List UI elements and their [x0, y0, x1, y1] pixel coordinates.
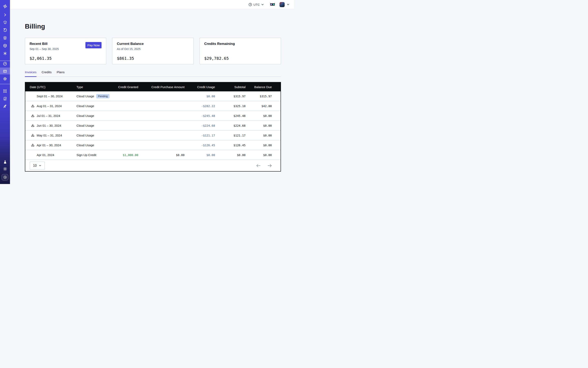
- avatar[interactable]: [280, 2, 285, 7]
- next-page-arrow[interactable]: [267, 163, 273, 168]
- page-size-value: 10: [33, 164, 37, 167]
- timezone-selector[interactable]: UTC: [249, 3, 264, 6]
- layers-icon[interactable]: [0, 34, 10, 42]
- docs-book-icon[interactable]: [0, 95, 10, 102]
- current-balance-card: Current Balance As of Oct 15, 2025 $861.…: [112, 38, 193, 64]
- download-invoice-icon[interactable]: [31, 124, 35, 127]
- invoice-type: Cloud Usage: [76, 143, 94, 147]
- table-row: Aug 01 – 31, 2024Cloud Usage-$282.22$325…: [25, 101, 280, 111]
- credit-granted-value: [115, 121, 139, 130]
- invoice-type: Cloud Usage: [76, 134, 94, 137]
- balance-due-value: $0.00: [247, 121, 280, 130]
- credit-granted-value: [115, 130, 139, 140]
- invoice-date: Apr 01, 2024: [37, 153, 54, 157]
- credits-remaining-amount: $29,782.65: [204, 56, 229, 61]
- asterisk-icon[interactable]: [0, 50, 10, 57]
- subtotal-value: $245.48: [216, 111, 247, 121]
- clock-icon: [249, 3, 252, 6]
- credit-purchase-value: [139, 121, 186, 130]
- cube-icon[interactable]: [0, 42, 10, 49]
- download-invoice-icon[interactable]: [31, 143, 35, 147]
- invoice-type: Cloud Usage: [76, 94, 94, 98]
- credit-usage-value: -$245.48: [186, 111, 216, 121]
- card-title: Current Balance: [117, 42, 189, 46]
- collapse-chevron-icon[interactable]: [0, 11, 10, 18]
- pay-now-button[interactable]: Pay Now: [85, 42, 101, 48]
- billing-tabs: Invoices Credits Plans: [25, 70, 281, 77]
- col-type: Type: [72, 83, 115, 91]
- balance-due-value: $0.00: [247, 140, 280, 150]
- credit-purchase-value: [139, 111, 186, 121]
- credit-usage-value: -$121.17: [186, 130, 216, 140]
- current-balance-amount: $861.35: [117, 56, 134, 61]
- table-pagination: 10: [25, 160, 280, 171]
- invoice-date: May 01 – 31, 2024: [37, 134, 62, 137]
- credit-purchase-value: $0.00: [139, 150, 186, 160]
- tab-credits[interactable]: Credits: [42, 70, 52, 76]
- credits-badge-button[interactable]: $: [2, 174, 8, 181]
- 3d-glasses-icon[interactable]: [270, 3, 275, 6]
- credit-granted-value: $1,000.00: [115, 150, 139, 160]
- credit-usage-value: -$224.68: [186, 121, 216, 130]
- prev-page-arrow[interactable]: [255, 163, 261, 168]
- invoices-table-container: Date (UTC) Type Credit Granted Credit Pu…: [25, 82, 281, 172]
- timezone-label: UTC: [253, 3, 260, 6]
- billing-icon: [0, 67, 10, 75]
- balance-due-value: $0.00: [247, 150, 280, 160]
- helm-icon[interactable]: [0, 87, 10, 95]
- col-subtotal: Subtotal: [216, 83, 247, 91]
- credit-usage-value: $0.00: [186, 91, 216, 101]
- download-invoice-icon[interactable]: [31, 104, 35, 108]
- col-credit-usage: Credit Usage: [186, 83, 216, 91]
- card-subtitle: [204, 47, 276, 51]
- observe-icon[interactable]: [0, 19, 10, 26]
- credit-usage-value: -$282.22: [186, 101, 216, 111]
- status-badge: Pending: [96, 94, 110, 98]
- download-invoice-icon[interactable]: [31, 114, 35, 118]
- invoice-type: Cloud Usage: [76, 104, 94, 108]
- rocket-icon[interactable]: [0, 103, 10, 110]
- page-size-select[interactable]: 10: [30, 162, 45, 170]
- table-row: Sept 01 – 30, 2024Cloud UsagePending$0.0…: [25, 91, 280, 101]
- col-credit-purchase: Credit Purchase Amount: [139, 83, 186, 91]
- summary-cards: Recent Bill Sep 01 – Sep 30, 2025 $2,061…: [25, 38, 281, 64]
- recent-bill-amount: $2,061.35: [30, 56, 52, 61]
- col-credit-granted: Credit Granted: [115, 83, 139, 91]
- sidebar: $: [0, 0, 10, 184]
- page-title: Billing: [25, 23, 281, 30]
- invoices-table: Date (UTC) Type Credit Granted Credit Pu…: [25, 83, 280, 160]
- invoice-type: Cloud Usage: [76, 114, 94, 118]
- sidebar-divider: [0, 84, 10, 84]
- subtotal-value: $325.10: [216, 101, 247, 111]
- svg-text:$: $: [4, 176, 6, 178]
- invoice-date: Jul 01 – 31, 2024: [37, 114, 60, 118]
- account-chevron-down-icon[interactable]: [287, 3, 289, 6]
- credit-granted-value: [115, 101, 139, 111]
- table-row: Jul 01 – 31, 2024Cloud Usage-$245.48$245…: [25, 111, 280, 121]
- recent-bill-card: Recent Bill Sep 01 – Sep 30, 2025 $2,061…: [25, 38, 106, 64]
- sidebar-item-billing[interactable]: [0, 67, 10, 74]
- invoice-type: Cloud Usage: [76, 124, 94, 127]
- table-row: Jun 01 – 30, 2024Cloud Usage-$224.68$224…: [25, 121, 280, 130]
- table-row: May 01 – 31, 2024Cloud Usage-$121.17$121…: [25, 130, 280, 140]
- experiments-flask-icon[interactable]: [0, 158, 10, 166]
- history-icon[interactable]: [0, 27, 10, 34]
- invoice-date: Jun 01 – 30, 2024: [37, 124, 61, 127]
- settings-gear-icon[interactable]: [0, 75, 10, 83]
- invoice-date: Aug 01 – 31, 2024: [37, 104, 62, 108]
- card-title: Credits Remaining: [204, 42, 276, 46]
- tab-invoices[interactable]: Invoices: [25, 70, 36, 76]
- credit-usage-value: $0.00: [186, 150, 216, 160]
- download-invoice-icon[interactable]: [31, 134, 35, 137]
- chevron-down-icon: [39, 164, 41, 167]
- credit-purchase-value: [139, 130, 186, 140]
- table-row: Apr 01, 2024Sign Up Credit$1,000.00$0.00…: [25, 150, 280, 160]
- tab-plans[interactable]: Plans: [57, 70, 65, 76]
- main-content: Billing Recent Bill Sep 01 – Sep 30, 202…: [10, 9, 294, 184]
- dashboard-icon[interactable]: [0, 60, 10, 67]
- invoice-type: Sign Up Credit: [76, 153, 96, 157]
- card-subtitle: As of Oct 15, 2025: [117, 47, 189, 51]
- theme-sun-icon[interactable]: [0, 165, 10, 173]
- table-header-row: Date (UTC) Type Credit Granted Credit Pu…: [25, 83, 280, 91]
- logo-icon: [0, 3, 10, 10]
